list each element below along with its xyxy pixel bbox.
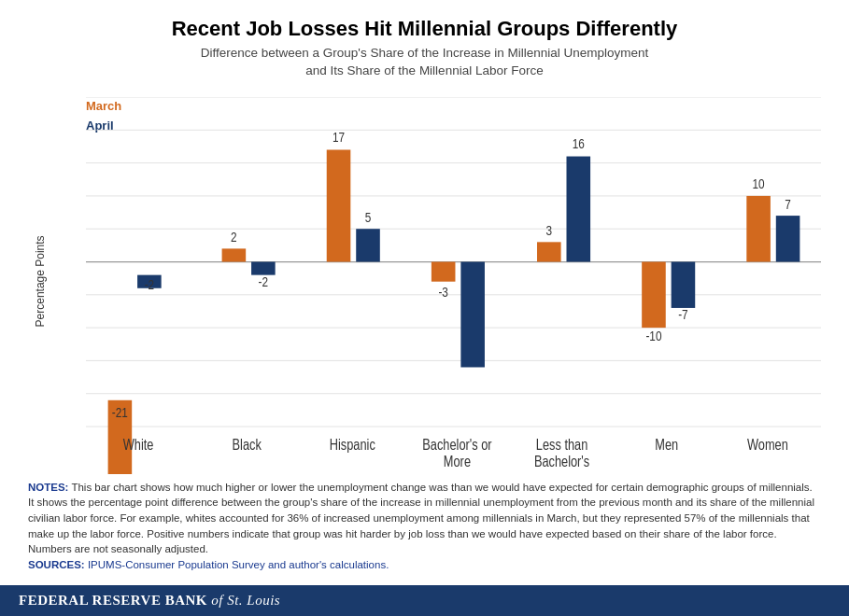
bar-less-april [567, 157, 591, 262]
bar-less-march [537, 243, 561, 262]
footer: Federal Reserve Bank of St. Louis [0, 585, 849, 616]
svg-text:More: More [444, 454, 471, 470]
grid-and-bars: 25 20 15 10 5 0 -5 -10 -15 -20 -25 [86, 97, 821, 473]
svg-text:2: 2 [231, 230, 237, 245]
svg-text:7: 7 [785, 197, 791, 213]
notes-text: This bar chart shows how much higher or … [28, 482, 814, 555]
svg-text:Men: Men [655, 437, 678, 454]
svg-text:Women: Women [747, 437, 788, 454]
chart-area: Recent Job Losses Hit Millennial Groups … [0, 0, 849, 585]
svg-text:5: 5 [365, 209, 372, 225]
svg-text:-10: -10 [645, 329, 661, 344]
bar-men-march [642, 262, 666, 329]
sources-label: SOURCES: [28, 559, 85, 570]
bar-women-march [746, 196, 771, 262]
svg-text:Bachelor's: Bachelor's [534, 454, 589, 470]
sources-text: IPUMS-Consumer Population Survey and aut… [88, 559, 389, 570]
bar-bachelors-march [432, 262, 456, 282]
svg-text:Less than: Less than [536, 437, 587, 454]
svg-text:-3: -3 [438, 285, 447, 301]
chart-subtitle: Difference between a Group's Share of th… [28, 45, 821, 80]
footer-text-italic: of St. Louis [207, 593, 280, 609]
bar-men-april [672, 262, 696, 308]
notes-label: NOTES: [28, 482, 68, 493]
bar-hispanic-april [356, 229, 380, 261]
page-container: Recent Job Losses Hit Millennial Groups … [0, 0, 849, 616]
svg-text:Hispanic: Hispanic [330, 437, 375, 454]
sources-section: SOURCES: IPUMS-Consumer Population Surve… [28, 559, 821, 576]
svg-text:White: White [123, 437, 154, 454]
svg-text:16: 16 [573, 136, 585, 152]
footer-text-bold: Federal Reserve Bank [19, 593, 207, 609]
svg-text:-7: -7 [678, 307, 687, 323]
svg-text:Black: Black [233, 437, 262, 454]
svg-text:3: 3 [546, 222, 553, 238]
chart-inner: March April [49, 90, 821, 473]
svg-text:-2: -2 [259, 274, 268, 290]
chart-wrapper: Percentage Points March April [28, 90, 821, 473]
bar-black-april [251, 262, 276, 275]
svg-text:Bachelor's or: Bachelor's or [422, 437, 491, 454]
bar-women-april [776, 216, 800, 261]
chart-svg: 25 20 15 10 5 0 -5 -10 -15 -20 -25 [86, 97, 821, 473]
y-axis-label: Percentage Points [28, 90, 49, 473]
bar-hispanic-march [327, 150, 351, 262]
bar-bachelors-april [460, 262, 485, 368]
svg-text:-16: -16 [465, 366, 481, 382]
bar-black-march [222, 249, 247, 262]
svg-text:17: 17 [333, 130, 345, 146]
svg-text:10: 10 [753, 176, 765, 192]
svg-text:-2: -2 [145, 276, 154, 292]
chart-title: Recent Job Losses Hit Millennial Groups … [28, 17, 821, 41]
svg-text:-21: -21 [112, 405, 128, 421]
notes-section: NOTES: This bar chart shows how much hig… [28, 474, 821, 559]
